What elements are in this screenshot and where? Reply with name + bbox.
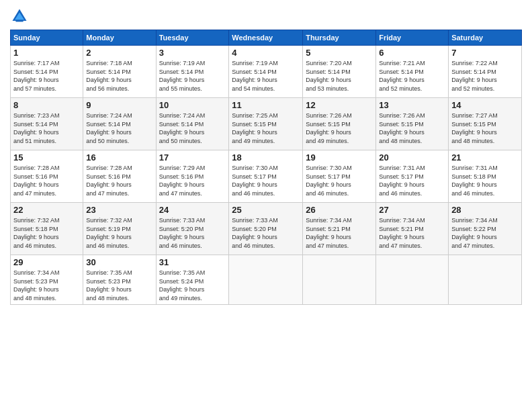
day-number: 19 bbox=[306, 152, 373, 163]
weekday-sunday: Sunday bbox=[11, 30, 83, 46]
calendar-cell: 11Sunrise: 7:25 AM Sunset: 5:15 PM Dayli… bbox=[229, 98, 303, 150]
calendar-cell: 19Sunrise: 7:30 AM Sunset: 5:17 PM Dayli… bbox=[303, 150, 376, 203]
day-info: Sunrise: 7:33 AM Sunset: 5:20 PM Dayligh… bbox=[159, 216, 226, 250]
day-info: Sunrise: 7:35 AM Sunset: 5:23 PM Dayligh… bbox=[86, 269, 152, 302]
day-info: Sunrise: 7:21 AM Sunset: 5:14 PM Dayligh… bbox=[379, 59, 445, 93]
day-info: Sunrise: 7:31 AM Sunset: 5:18 PM Dayligh… bbox=[451, 164, 519, 197]
day-info: Sunrise: 7:27 AM Sunset: 5:15 PM Dayligh… bbox=[451, 111, 519, 145]
calendar-cell: 9Sunrise: 7:24 AM Sunset: 5:14 PM Daylig… bbox=[83, 98, 156, 150]
calendar-cell: 16Sunrise: 7:28 AM Sunset: 5:16 PM Dayli… bbox=[83, 150, 156, 203]
day-info: Sunrise: 7:34 AM Sunset: 5:23 PM Dayligh… bbox=[13, 269, 80, 302]
calendar-cell: 29Sunrise: 7:34 AM Sunset: 5:23 PM Dayli… bbox=[11, 255, 83, 305]
calendar-cell: 1Sunrise: 7:17 AM Sunset: 5:14 PM Daylig… bbox=[11, 46, 83, 98]
day-info: Sunrise: 7:26 AM Sunset: 5:15 PM Dayligh… bbox=[379, 111, 445, 145]
calendar-cell: 31Sunrise: 7:35 AM Sunset: 5:24 PM Dayli… bbox=[156, 255, 229, 305]
day-info: Sunrise: 7:24 AM Sunset: 5:14 PM Dayligh… bbox=[86, 111, 152, 145]
day-number: 11 bbox=[232, 100, 300, 110]
day-info: Sunrise: 7:19 AM Sunset: 5:14 PM Dayligh… bbox=[232, 59, 300, 93]
day-info: Sunrise: 7:32 AM Sunset: 5:19 PM Dayligh… bbox=[86, 216, 152, 250]
day-info: Sunrise: 7:34 AM Sunset: 5:21 PM Dayligh… bbox=[306, 216, 373, 250]
calendar-cell: 4Sunrise: 7:19 AM Sunset: 5:14 PM Daylig… bbox=[229, 46, 303, 98]
day-number: 1 bbox=[13, 48, 80, 58]
calendar-cell: 22Sunrise: 7:32 AM Sunset: 5:18 PM Dayli… bbox=[11, 203, 83, 255]
day-number: 2 bbox=[86, 48, 152, 58]
day-info: Sunrise: 7:29 AM Sunset: 5:16 PM Dayligh… bbox=[159, 164, 226, 197]
day-number: 27 bbox=[379, 205, 445, 215]
day-info: Sunrise: 7:28 AM Sunset: 5:16 PM Dayligh… bbox=[13, 164, 80, 197]
day-number: 15 bbox=[13, 152, 80, 163]
day-info: Sunrise: 7:28 AM Sunset: 5:16 PM Dayligh… bbox=[86, 164, 152, 197]
calendar-cell: 23Sunrise: 7:32 AM Sunset: 5:19 PM Dayli… bbox=[83, 203, 156, 255]
calendar-cell: 17Sunrise: 7:29 AM Sunset: 5:16 PM Dayli… bbox=[156, 150, 229, 203]
day-number: 25 bbox=[232, 205, 300, 215]
calendar-cell: 15Sunrise: 7:28 AM Sunset: 5:16 PM Dayli… bbox=[11, 150, 83, 203]
calendar-cell: 24Sunrise: 7:33 AM Sunset: 5:20 PM Dayli… bbox=[156, 203, 229, 255]
weekday-thursday: Thursday bbox=[303, 30, 376, 46]
day-info: Sunrise: 7:26 AM Sunset: 5:15 PM Dayligh… bbox=[306, 111, 373, 145]
day-number: 31 bbox=[159, 257, 226, 267]
calendar-cell: 21Sunrise: 7:31 AM Sunset: 5:18 PM Dayli… bbox=[449, 150, 522, 203]
calendar-table: SundayMondayTuesdayWednesdayThursdayFrid… bbox=[10, 30, 522, 305]
calendar-cell: 13Sunrise: 7:26 AM Sunset: 5:15 PM Dayli… bbox=[376, 98, 449, 150]
calendar-cell: 14Sunrise: 7:27 AM Sunset: 5:15 PM Dayli… bbox=[449, 98, 522, 150]
day-number: 17 bbox=[159, 152, 226, 163]
calendar-cell: 28Sunrise: 7:34 AM Sunset: 5:22 PM Dayli… bbox=[449, 203, 522, 255]
day-number: 12 bbox=[306, 100, 373, 110]
day-info: Sunrise: 7:24 AM Sunset: 5:14 PM Dayligh… bbox=[159, 111, 226, 145]
calendar-cell: 2Sunrise: 7:18 AM Sunset: 5:14 PM Daylig… bbox=[83, 46, 156, 98]
day-info: Sunrise: 7:31 AM Sunset: 5:17 PM Dayligh… bbox=[379, 164, 445, 197]
calendar-cell: 27Sunrise: 7:34 AM Sunset: 5:21 PM Dayli… bbox=[376, 203, 449, 255]
calendar-cell bbox=[303, 255, 376, 305]
calendar-cell: 12Sunrise: 7:26 AM Sunset: 5:15 PM Dayli… bbox=[303, 98, 376, 150]
calendar-cell bbox=[449, 255, 522, 305]
weekday-saturday: Saturday bbox=[449, 30, 522, 46]
day-info: Sunrise: 7:30 AM Sunset: 5:17 PM Dayligh… bbox=[306, 164, 373, 197]
weekday-wednesday: Wednesday bbox=[229, 30, 303, 46]
weekday-tuesday: Tuesday bbox=[156, 30, 229, 46]
day-number: 30 bbox=[86, 257, 152, 267]
day-number: 10 bbox=[159, 100, 226, 110]
calendar-cell: 8Sunrise: 7:23 AM Sunset: 5:14 PM Daylig… bbox=[11, 98, 83, 150]
day-info: Sunrise: 7:30 AM Sunset: 5:17 PM Dayligh… bbox=[232, 164, 300, 197]
page-container: SundayMondayTuesdayWednesdayThursdayFrid… bbox=[0, 0, 532, 411]
day-info: Sunrise: 7:23 AM Sunset: 5:14 PM Dayligh… bbox=[13, 111, 80, 145]
day-number: 26 bbox=[306, 205, 373, 215]
day-number: 14 bbox=[451, 100, 519, 110]
day-info: Sunrise: 7:34 AM Sunset: 5:22 PM Dayligh… bbox=[451, 216, 519, 250]
calendar-cell: 5Sunrise: 7:20 AM Sunset: 5:14 PM Daylig… bbox=[303, 46, 376, 98]
day-number: 23 bbox=[86, 205, 152, 215]
day-info: Sunrise: 7:20 AM Sunset: 5:14 PM Dayligh… bbox=[306, 59, 373, 93]
day-info: Sunrise: 7:18 AM Sunset: 5:14 PM Dayligh… bbox=[86, 59, 152, 93]
day-number: 6 bbox=[379, 48, 445, 58]
day-number: 5 bbox=[306, 48, 373, 58]
svg-rect-2 bbox=[15, 20, 23, 22]
day-number: 24 bbox=[159, 205, 226, 215]
day-number: 18 bbox=[232, 152, 300, 163]
day-info: Sunrise: 7:25 AM Sunset: 5:15 PM Dayligh… bbox=[232, 111, 300, 145]
calendar-cell: 20Sunrise: 7:31 AM Sunset: 5:17 PM Dayli… bbox=[376, 150, 449, 203]
calendar-cell bbox=[376, 255, 449, 305]
weekday-monday: Monday bbox=[83, 30, 156, 46]
calendar-cell: 26Sunrise: 7:34 AM Sunset: 5:21 PM Dayli… bbox=[303, 203, 376, 255]
calendar-cell: 10Sunrise: 7:24 AM Sunset: 5:14 PM Dayli… bbox=[156, 98, 229, 150]
day-info: Sunrise: 7:34 AM Sunset: 5:21 PM Dayligh… bbox=[379, 216, 445, 250]
day-info: Sunrise: 7:32 AM Sunset: 5:18 PM Dayligh… bbox=[13, 216, 80, 250]
day-number: 7 bbox=[451, 48, 519, 58]
calendar-cell: 7Sunrise: 7:22 AM Sunset: 5:14 PM Daylig… bbox=[449, 46, 522, 98]
day-number: 20 bbox=[379, 152, 445, 163]
weekday-friday: Friday bbox=[376, 30, 449, 46]
day-number: 16 bbox=[86, 152, 152, 163]
calendar-cell: 25Sunrise: 7:33 AM Sunset: 5:20 PM Dayli… bbox=[229, 203, 303, 255]
day-number: 21 bbox=[451, 152, 519, 163]
calendar-cell: 3Sunrise: 7:19 AM Sunset: 5:14 PM Daylig… bbox=[156, 46, 229, 98]
day-info: Sunrise: 7:19 AM Sunset: 5:14 PM Dayligh… bbox=[159, 59, 226, 93]
logo-icon bbox=[10, 7, 29, 26]
day-number: 4 bbox=[232, 48, 300, 58]
weekday-header-row: SundayMondayTuesdayWednesdayThursdayFrid… bbox=[11, 30, 522, 46]
day-info: Sunrise: 7:33 AM Sunset: 5:20 PM Dayligh… bbox=[232, 216, 300, 250]
calendar-cell bbox=[229, 255, 303, 305]
header bbox=[10, 7, 522, 26]
day-info: Sunrise: 7:22 AM Sunset: 5:14 PM Dayligh… bbox=[451, 59, 519, 93]
day-info: Sunrise: 7:35 AM Sunset: 5:24 PM Dayligh… bbox=[159, 269, 226, 302]
day-number: 9 bbox=[86, 100, 152, 110]
